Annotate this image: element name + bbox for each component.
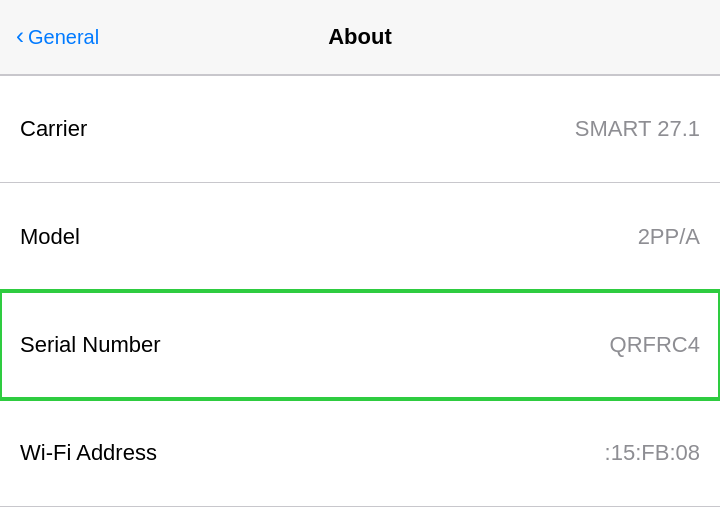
carrier-row: Carrier SMART 27.1 — [0, 75, 720, 183]
serial-number-row[interactable]: Serial Number QRFRC4 — [0, 291, 720, 399]
wifi-address-row: Wi-Fi Address :15:FB:08 — [0, 399, 720, 507]
carrier-value: SMART 27.1 — [575, 116, 700, 142]
serial-number-label: Serial Number — [20, 332, 161, 358]
back-button[interactable]: ‹ General — [16, 24, 99, 50]
settings-list: Carrier SMART 27.1 Model 2PP/A Serial Nu… — [0, 75, 720, 531]
back-label: General — [28, 26, 99, 49]
settings-screen: ‹ General About Carrier SMART 27.1 Model… — [0, 0, 720, 531]
model-row: Model 2PP/A — [0, 183, 720, 291]
wifi-value: :15:FB:08 — [605, 440, 700, 466]
page-title: About — [328, 24, 392, 50]
bluetooth-row: Bluetooth :15:FB:09 — [0, 507, 720, 531]
model-value: 2PP/A — [638, 224, 700, 250]
wifi-label: Wi-Fi Address — [20, 440, 157, 466]
chevron-left-icon: ‹ — [16, 22, 24, 50]
serial-number-value: QRFRC4 — [610, 332, 700, 358]
carrier-label: Carrier — [20, 116, 87, 142]
model-label: Model — [20, 224, 80, 250]
nav-bar: ‹ General About — [0, 0, 720, 75]
